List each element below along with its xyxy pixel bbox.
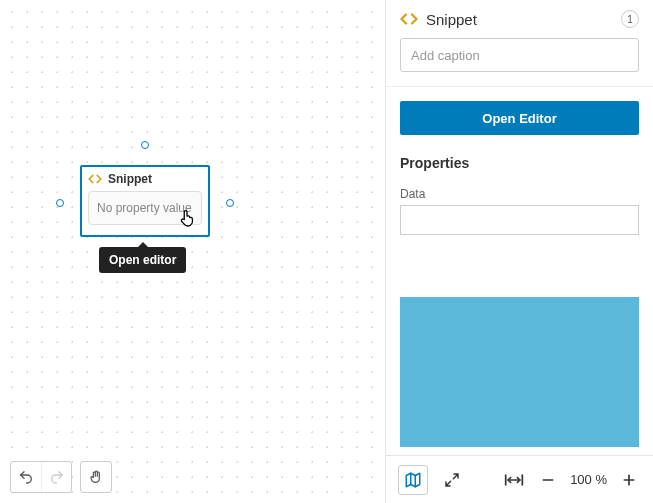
panel-header: Snippet 1 [386, 0, 653, 38]
open-editor-label: Open Editor [482, 111, 556, 126]
properties-heading: Properties [400, 155, 639, 171]
inspector-panel: Snippet 1 Open Editor Properties Data [385, 0, 653, 503]
minimap-button[interactable] [398, 465, 428, 495]
code-icon [400, 10, 418, 28]
hand-icon [88, 469, 104, 485]
snippet-node-property-placeholder: No property value [97, 201, 192, 215]
code-icon [88, 172, 102, 186]
canvas[interactable]: Snippet No property value Open editor [0, 0, 385, 503]
caption-input[interactable] [400, 38, 639, 72]
zoom-in-button[interactable] [617, 468, 641, 492]
selection-handle-left[interactable] [56, 199, 64, 207]
redo-icon [49, 469, 65, 485]
snippet-node[interactable]: Snippet No property value [80, 165, 210, 237]
instance-count-badge: 1 [621, 10, 639, 28]
selection-handle-right[interactable] [226, 199, 234, 207]
fit-width-button[interactable] [502, 468, 526, 492]
view-toolbar: 100 % [385, 455, 653, 503]
canvas-toolbar [10, 461, 112, 493]
pan-tool-button[interactable] [81, 462, 111, 492]
zoom-level: 100 % [570, 472, 607, 487]
undo-icon [18, 469, 34, 485]
fullscreen-button[interactable] [440, 468, 464, 492]
plus-icon [621, 472, 637, 488]
tooltip-label: Open editor [109, 253, 176, 267]
svg-marker-0 [406, 473, 420, 487]
redo-button[interactable] [41, 462, 71, 492]
snippet-node-title: Snippet [108, 172, 152, 186]
open-editor-tooltip: Open editor [99, 247, 186, 273]
preview-block [400, 297, 639, 447]
map-icon [404, 471, 422, 489]
panel-title: Snippet [426, 11, 621, 28]
open-editor-button[interactable]: Open Editor [400, 101, 639, 135]
data-field-input[interactable] [400, 205, 639, 235]
data-field-label: Data [400, 187, 639, 201]
instance-count: 1 [627, 14, 633, 25]
undo-button[interactable] [11, 462, 41, 492]
snippet-node-property[interactable]: No property value [88, 191, 202, 225]
snippet-node-header: Snippet [82, 167, 208, 191]
selection-handle-top[interactable] [141, 141, 149, 149]
zoom-out-button[interactable] [536, 468, 560, 492]
minus-icon [540, 472, 556, 488]
expand-icon [444, 472, 460, 488]
fit-width-icon [504, 472, 524, 488]
